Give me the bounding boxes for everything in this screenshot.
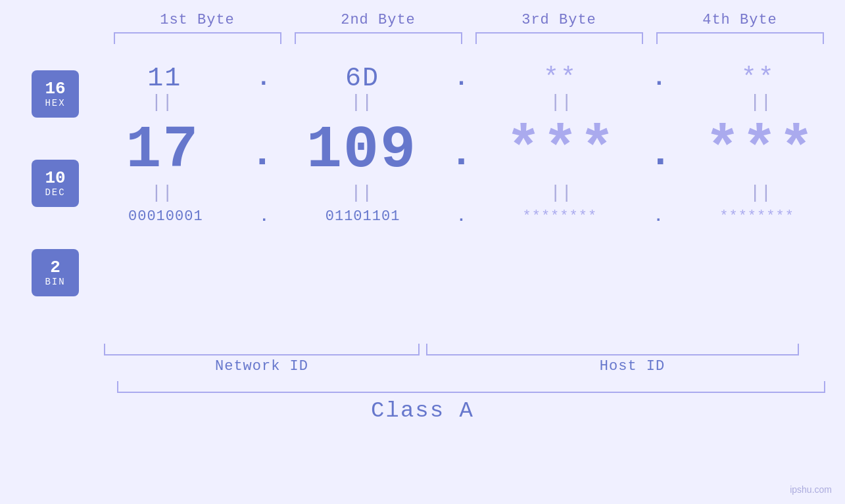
hex-dot3: . (652, 65, 666, 92)
dec-data-row: 17 . 109 . *** . *** (84, 117, 838, 184)
eq1-b3: || (492, 93, 630, 112)
dec-badge-label: DEC (45, 187, 65, 198)
bin-badge-number: 2 (50, 258, 60, 277)
network-bracket (104, 344, 420, 355)
bin-dot1: . (260, 208, 269, 225)
equals-row-2: || || || || (84, 184, 838, 202)
hex-b3: ** (491, 64, 629, 93)
eq2-b2: || (293, 184, 431, 202)
hex-data-row: 11 . 6D . ** . ** (84, 64, 838, 93)
bottom-section: Network ID Host ID (0, 344, 845, 375)
byte-headers: 1st Byte 2nd Byte 3rd Byte 4th Byte (0, 12, 845, 28)
hex-b4: ** (689, 64, 827, 93)
dec-b3: *** (492, 117, 630, 184)
content-area: 16 HEX 10 DEC 2 BIN 11 . 6D . ** . ** (0, 51, 845, 338)
dec-b1: 17 (93, 117, 231, 184)
network-id-label: Network ID (97, 358, 420, 375)
hex-b2: 6D (293, 64, 431, 93)
bin-badge: 2 BIN (32, 249, 79, 296)
byte3-header: 3rd Byte (469, 12, 650, 28)
eq2-b4: || (692, 184, 830, 202)
bracket2-line (295, 32, 462, 44)
bracket1-line (114, 32, 281, 44)
watermark: ipshu.com (790, 484, 832, 495)
dec-b2: 109 (293, 117, 431, 184)
eq1-b1: || (93, 93, 231, 112)
bin-b2: 01101101 (294, 208, 432, 225)
hex-badge-label: HEX (45, 98, 65, 108)
dec-dot3: . (648, 131, 672, 176)
bracket3-line (475, 32, 643, 44)
bin-dot3: . (654, 208, 663, 225)
hex-dot1: . (256, 65, 271, 92)
bracket4 (650, 32, 831, 44)
equals-row-1: || || || || (84, 93, 838, 112)
eq1-b2: || (293, 93, 431, 112)
bin-dot2: . (456, 208, 466, 225)
dec-badge: 10 DEC (32, 160, 79, 207)
dec-b4: *** (691, 117, 829, 184)
dec-badge-number: 10 (45, 169, 65, 188)
hex-badge: 16 HEX (32, 70, 79, 118)
badges-column: 16 HEX 10 DEC 2 BIN (32, 70, 79, 338)
byte2-header: 2nd Byte (288, 12, 469, 28)
bottom-brackets (97, 344, 806, 355)
bracket3 (469, 32, 650, 44)
bracket4-line (656, 32, 824, 44)
bin-data-row: 00010001 . 01101101 . ******** . *******… (84, 208, 838, 225)
hex-dot2: . (454, 65, 469, 92)
bottom-labels: Network ID Host ID (97, 358, 845, 375)
byte4-header: 4th Byte (650, 12, 831, 28)
bin-badge-label: BIN (45, 277, 65, 287)
eq1-b4: || (692, 93, 830, 112)
bracket2 (288, 32, 469, 44)
eq2-b3: || (492, 184, 630, 202)
host-id-label: Host ID (420, 358, 845, 375)
bin-b1: 00010001 (97, 208, 235, 225)
byte1-header: 1st Byte (107, 12, 288, 28)
eq2-b1: || (93, 184, 231, 202)
top-brackets (0, 32, 845, 44)
dec-dot2: . (449, 131, 473, 176)
bracket1 (107, 32, 288, 44)
hex-b1: 11 (95, 64, 233, 93)
bin-b3: ******** (491, 208, 629, 225)
host-bracket (426, 344, 799, 355)
dec-dot1: . (251, 131, 274, 176)
hex-badge-number: 16 (45, 80, 65, 99)
main-container: 1st Byte 2nd Byte 3rd Byte 4th Byte 16 H… (0, 0, 845, 504)
rows-area: 11 . 6D . ** . ** || || || || 17 (84, 51, 845, 225)
bin-b4: ******** (688, 208, 826, 225)
class-label: Class A (0, 398, 845, 423)
class-bracket (117, 381, 825, 393)
